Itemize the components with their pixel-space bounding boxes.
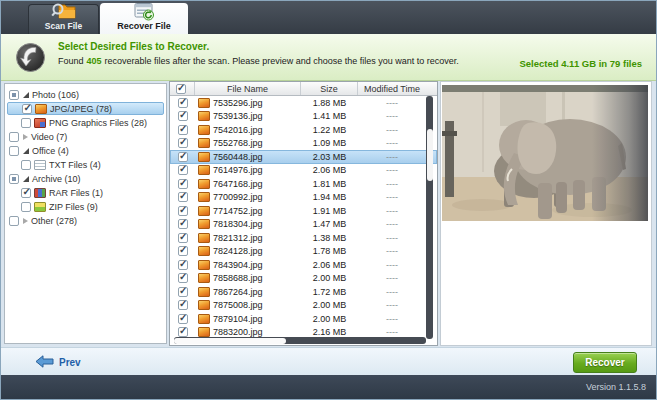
tree-item[interactable]: Other (278) [7, 214, 164, 227]
row-checkbox[interactable] [178, 206, 188, 216]
tree-item-checkbox[interactable] [22, 104, 32, 114]
row-checkbox[interactable] [178, 98, 188, 108]
tree-item[interactable]: RAR Files (1) [7, 186, 164, 199]
row-checkbox[interactable] [178, 246, 188, 256]
file-name: 7535296.jpg [213, 98, 263, 108]
folder-search-icon [51, 2, 77, 21]
column-file-name[interactable]: File Name [195, 82, 301, 95]
file-size: 1.78 MB [301, 245, 358, 259]
file-modified-time: ---- [358, 312, 426, 326]
vertical-scrollbar-thumb[interactable] [427, 129, 433, 181]
table-row[interactable]: 7539136.jpg 1.41 MB ---- [170, 110, 437, 124]
tree-expander-icon[interactable] [23, 148, 29, 154]
tree-item[interactable]: ZIP Files (9) [7, 200, 164, 213]
tree-item-label: TXT Files (4) [49, 160, 101, 170]
selected-summary: Selected 4.11 GB in 79 files [519, 58, 642, 69]
tab-scan-file[interactable]: Scan File [28, 4, 99, 34]
prev-button[interactable]: Prev [35, 355, 81, 370]
tree-expander-icon[interactable] [23, 176, 29, 182]
table-row[interactable]: 7535296.jpg 1.88 MB ---- [170, 96, 437, 110]
table-row[interactable]: 7614976.jpg 2.06 MB ---- [170, 164, 437, 178]
table-row[interactable]: 7879104.jpg 2.00 MB ---- [170, 312, 437, 326]
tree-item-checkbox[interactable] [9, 146, 19, 156]
row-checkbox[interactable] [178, 300, 188, 310]
tab-recover-file[interactable]: Recover File [100, 3, 188, 34]
recover-button[interactable]: Recover [573, 352, 637, 373]
jpg-image-icon [198, 206, 210, 216]
table-row[interactable]: 7821312.jpg 1.38 MB ---- [170, 231, 437, 245]
row-checkbox[interactable] [178, 125, 188, 135]
tree-item[interactable]: Archive (10) [7, 172, 164, 185]
table-row[interactable]: 7875008.jpg 2.00 MB ---- [170, 299, 437, 313]
jpg-image-icon [198, 125, 210, 135]
window-refresh-icon [132, 2, 156, 21]
row-checkbox[interactable] [178, 219, 188, 229]
version-label: Version 1.1.5.8 [586, 382, 646, 392]
tree-item[interactable]: Video (7) [7, 130, 164, 143]
row-checkbox[interactable] [178, 111, 188, 121]
row-checkbox[interactable] [178, 287, 188, 297]
tab-recover-file-label: Recover File [117, 21, 171, 34]
tree-item-checkbox[interactable] [21, 118, 31, 128]
column-modified-time[interactable]: Modified Time [358, 82, 426, 95]
jpg-image-icon [198, 98, 210, 108]
jpg-image-icon [198, 138, 210, 148]
table-row[interactable]: 7843904.jpg 2.06 MB ---- [170, 258, 437, 272]
table-row[interactable]: 7818304.jpg 1.47 MB ---- [170, 218, 437, 232]
table-row[interactable]: 7560448.jpg 2.03 MB ---- [170, 150, 437, 164]
tree-item-checkbox[interactable] [9, 216, 19, 226]
vertical-scrollbar[interactable] [426, 96, 433, 339]
row-checkbox[interactable] [178, 192, 188, 202]
horizontal-scrollbar[interactable] [174, 337, 426, 344]
table-row[interactable]: 7700992.jpg 1.94 MB ---- [170, 191, 437, 205]
row-checkbox[interactable] [178, 138, 188, 148]
row-checkbox[interactable] [178, 273, 188, 283]
tree-item-checkbox[interactable] [21, 202, 31, 212]
row-checkbox[interactable] [178, 165, 188, 175]
tree-item-checkbox[interactable] [21, 160, 31, 170]
file-type-icon [35, 104, 47, 114]
row-checkbox[interactable] [178, 233, 188, 243]
tree-expander-icon[interactable] [23, 92, 29, 98]
table-row[interactable]: 7824128.jpg 1.78 MB ---- [170, 245, 437, 259]
tree-item[interactable]: JPG/JPEG (78) [7, 102, 164, 115]
tree-item[interactable]: TXT Files (4) [7, 158, 164, 171]
tree-item-label: Archive (10) [32, 174, 81, 184]
row-checkbox[interactable] [178, 260, 188, 270]
file-size: 2.00 MB [301, 272, 358, 286]
table-row[interactable]: 7714752.jpg 1.91 MB ---- [170, 204, 437, 218]
file-name: 7821312.jpg [213, 233, 263, 243]
tree-item-checkbox[interactable] [9, 174, 19, 184]
found-suffix: recoverable files after the scan. Please… [105, 56, 459, 66]
tab-scan-file-label: Scan File [45, 21, 82, 34]
row-checkbox[interactable] [178, 152, 188, 162]
tree-expander-icon[interactable] [23, 134, 28, 140]
tree-item[interactable]: PNG Graphics Files (28) [7, 116, 164, 129]
jpg-image-icon [198, 260, 210, 270]
row-checkbox-cell [170, 164, 195, 178]
horizontal-scrollbar-thumb[interactable] [174, 338, 286, 344]
tree-item-checkbox[interactable] [9, 90, 19, 100]
table-row[interactable]: 7858688.jpg 2.00 MB ---- [170, 272, 437, 286]
file-size: 1.94 MB [301, 191, 358, 205]
table-row[interactable]: 7647168.jpg 1.81 MB ---- [170, 177, 437, 191]
tree-item-label: RAR Files (1) [49, 188, 103, 198]
tree-item[interactable]: Photo (106) [7, 88, 164, 101]
column-size[interactable]: Size [301, 82, 358, 95]
row-checkbox[interactable] [178, 314, 188, 324]
tree-item[interactable]: Office (4) [7, 144, 164, 157]
file-size: 1.72 MB [301, 285, 358, 299]
tree-item-label: PNG Graphics Files (28) [49, 118, 147, 128]
table-row[interactable]: 7552768.jpg 1.09 MB ---- [170, 137, 437, 151]
recover-header: Select Desired Files to Recover. Found40… [1, 34, 656, 81]
row-checkbox[interactable] [178, 327, 188, 337]
table-row[interactable]: 7542016.jpg 1.22 MB ---- [170, 123, 437, 137]
tree-item-checkbox[interactable] [21, 188, 31, 198]
select-all-checkbox[interactable] [176, 84, 186, 94]
file-name: 7714752.jpg [213, 206, 263, 216]
navigation-bar: Prev Recover [1, 347, 656, 375]
row-checkbox[interactable] [178, 179, 188, 189]
tree-item-checkbox[interactable] [9, 132, 19, 142]
table-row[interactable]: 7867264.jpg 1.72 MB ---- [170, 285, 437, 299]
tree-expander-icon[interactable] [23, 218, 28, 224]
